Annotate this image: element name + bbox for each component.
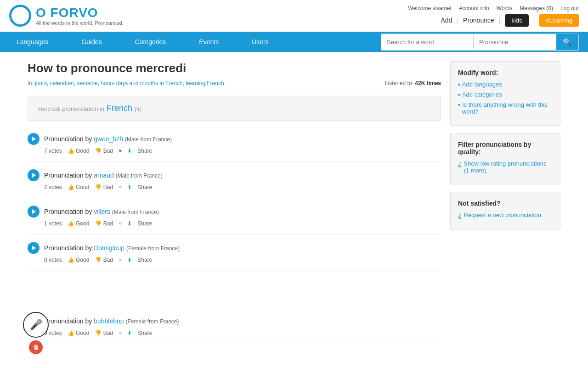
entry-3-label: Pronunciation by villers (Male from Fran… — [44, 208, 159, 215]
nav-guides[interactable]: Guides — [65, 32, 118, 52]
wrong-word-link[interactable]: Is there anything wrong with this word? — [462, 101, 553, 115]
add-languages-link[interactable]: Add languages — [462, 81, 502, 88]
play-button-3[interactable] — [28, 206, 40, 218]
bad-btn-5[interactable]: 👎 Bad — [95, 330, 113, 336]
heart-icon-1[interactable]: ♥ — [119, 148, 122, 154]
pronounce-link[interactable]: Pronounce — [463, 17, 494, 24]
nav-events[interactable]: Events — [182, 32, 235, 52]
good-btn-1[interactable]: 👍 Good — [68, 148, 90, 154]
share-btn-4[interactable]: Share — [137, 257, 152, 263]
user-gwen_bzh[interactable]: gwen_bzh — [94, 135, 123, 143]
search-bar: 🔍 — [381, 34, 579, 51]
bad-btn-2[interactable]: 👎 Bad — [95, 184, 113, 190]
share-btn-3[interactable]: Share — [137, 220, 152, 227]
messages-link[interactable]: Messages (0) — [520, 5, 553, 12]
main-nav: Languages Guides Categories Events Users… — [0, 32, 588, 52]
language-link[interactable]: French — [107, 104, 132, 113]
add-categories-item: • Add categories — [458, 91, 553, 98]
logout-link[interactable]: Log out — [560, 5, 579, 12]
filter-title: Filter pronunciations by quality: — [458, 141, 553, 155]
entry-4-meta: (Female from France) — [126, 245, 180, 252]
add-categories-link[interactable]: Add categories — [462, 91, 502, 98]
elearning-button[interactable]: eLearning — [539, 14, 579, 27]
separator2: | — [499, 17, 501, 24]
mic-container: 🎤 🗑 — [23, 312, 49, 353]
good-btn-2[interactable]: 👍 Good — [68, 184, 90, 190]
entry-5: Pronunciation by bubblebop (Female from … — [28, 308, 441, 344]
good-btn-4[interactable]: 👍 Good — [68, 257, 90, 263]
entry-1-top: Pronunciation by gwen_bzh (Male from Fra… — [28, 133, 441, 145]
words-link[interactable]: Words — [497, 5, 512, 12]
good-btn-3[interactable]: 👍 Good — [68, 220, 90, 227]
entry-1-meta: (Male from France) — [125, 136, 172, 143]
entry-5-meta: (Female from France) — [125, 318, 179, 325]
user-arnaud[interactable]: arnaud — [94, 172, 114, 179]
content-wrapper: How to pronounce mercredi in: jours, cal… — [18, 52, 570, 353]
nav-languages[interactable]: Languages — [0, 32, 65, 52]
play-button-4[interactable] — [28, 242, 40, 254]
entry-3-actions: 1 votes 👍 Good 👎 Bad ♥ ⬇ Share — [28, 220, 441, 227]
cat-calendrier[interactable]: calendrier — [50, 80, 74, 86]
modify-word-box: Modify word: • Add languages • Add categ… — [450, 61, 560, 126]
play-button-1[interactable] — [28, 133, 40, 145]
cat-jours[interactable]: jours — [35, 80, 47, 86]
search-input[interactable] — [381, 35, 473, 49]
heart-icon-5[interactable]: ♥ — [119, 330, 122, 336]
entry-5-actions: 0 votes 👍 Good 👎 Bad ♥ ⬇ Share — [28, 330, 441, 336]
in-label: in: — [28, 80, 35, 86]
cat-learning[interactable]: learning French — [186, 80, 224, 86]
pronunciation-heading: mercredi pronunciation in French [fr] — [37, 104, 431, 113]
user-villers[interactable]: villers — [94, 208, 110, 215]
entry-3: Pronunciation by villers (Male from Fran… — [28, 198, 441, 235]
bad-btn-3[interactable]: 👎 Bad — [95, 220, 113, 227]
mic-button[interactable]: 🎤 — [23, 312, 49, 338]
entry-2-meta: (Male from France) — [116, 172, 163, 179]
heart-icon-2[interactable]: ♥ — [119, 184, 122, 190]
show-low-rating-link[interactable]: Show low rating pronunciations (1 more). — [464, 160, 553, 174]
top-header: O FORVO All the words in the world. Pron… — [0, 0, 588, 32]
nav-users[interactable]: Users — [235, 32, 285, 52]
request-pronunciation-link[interactable]: Request a new pronunciation — [464, 212, 541, 218]
logo-tagline: All the words in the world. Pronounced. — [36, 20, 124, 26]
add-link[interactable]: Add — [441, 17, 452, 24]
download-btn-4[interactable]: ⬇ — [127, 257, 132, 263]
modify-word-title: Modify word: — [458, 69, 553, 76]
heart-icon-4[interactable]: ♥ — [119, 257, 122, 263]
logo-area: O FORVO All the words in the world. Pron… — [9, 5, 124, 27]
download-btn-3[interactable]: ⬇ — [127, 220, 132, 227]
user-bubblebop[interactable]: bubblebop — [94, 317, 124, 325]
filter-box: Filter pronunciations by quality: ¿ Show… — [450, 133, 560, 184]
account-info-link[interactable]: Account info — [459, 5, 489, 12]
nav-categories[interactable]: Categories — [119, 32, 183, 52]
cat-semaine[interactable]: semaine — [77, 80, 97, 86]
good-btn-5[interactable]: 👍 Good — [68, 330, 90, 336]
entry-2-actions: 2 votes 👍 Good 👎 Bad ♥ ⬇ Share — [28, 184, 441, 190]
share-btn-2[interactable]: Share — [137, 184, 152, 190]
not-satisfied-title: Not satisfied? — [458, 200, 553, 207]
download-btn-1[interactable]: ⬇ — [127, 148, 132, 154]
share-btn-5[interactable]: Share — [137, 330, 152, 336]
pronounce-input[interactable] — [474, 35, 556, 49]
kids-button[interactable]: kids — [505, 14, 528, 27]
votes-3: 1 votes — [44, 220, 62, 227]
entry-2-label: Pronunciation by arnaud (Male from Franc… — [44, 172, 163, 179]
user-domigloup[interactable]: Domigloup — [94, 244, 124, 252]
header-right: Welcome visamet Account info Words Messa… — [408, 5, 579, 27]
entry-5-label: Pronunciation by bubblebop (Female from … — [44, 317, 179, 325]
bad-btn-4[interactable]: 👎 Bad — [95, 257, 113, 263]
bad-btn-1[interactable]: 👎 Bad — [95, 148, 113, 154]
heart-icon-3[interactable]: ♥ — [119, 220, 122, 227]
delete-button[interactable]: 🗑 — [29, 340, 43, 353]
add-languages-item: • Add languages — [458, 81, 553, 88]
listened-count: 42K times — [415, 80, 441, 86]
welcome-text: Welcome visamet — [408, 5, 451, 12]
search-button[interactable]: 🔍 — [556, 34, 578, 50]
download-btn-5[interactable]: ⬇ — [127, 330, 132, 336]
cat-hours[interactable]: hours days and months in French — [101, 80, 182, 86]
listened-text: Listened to: 42K times — [385, 80, 441, 86]
request-pronunciation-item: ¿ Request a new pronunciation — [458, 212, 553, 219]
share-btn-1[interactable]: Share — [137, 148, 152, 154]
play-button-2[interactable] — [28, 169, 40, 181]
entry-4: Pronunciation by Domigloup (Female from … — [28, 235, 441, 271]
download-btn-2[interactable]: ⬇ — [127, 184, 132, 190]
